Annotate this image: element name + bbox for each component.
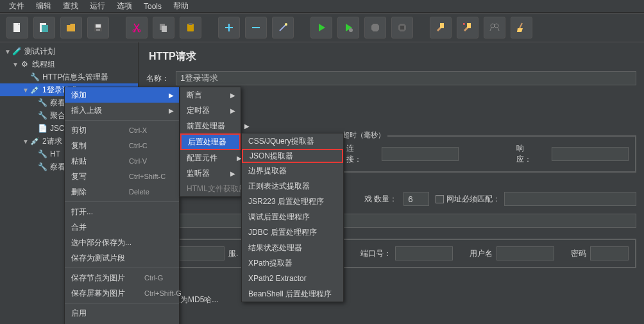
start-button[interactable]: [310, 17, 332, 38]
response-input[interactable]: [552, 147, 629, 161]
wand-button[interactable]: [272, 17, 294, 38]
ctx-open[interactable]: 打开...: [65, 204, 179, 219]
ctx3-regex-extractor[interactable]: 正则表达式提取器: [242, 178, 343, 194]
add-button[interactable]: [218, 17, 240, 38]
broom-button[interactable]: [511, 17, 532, 38]
ctx3-result-status[interactable]: 结果状态处理器: [242, 240, 343, 255]
ctx2-listener[interactable]: 监听器▶: [180, 166, 241, 181]
panel-title: HTTP请求: [149, 50, 636, 64]
search-button[interactable]: [484, 17, 505, 38]
ctx3-jsr223-postproc[interactable]: JSR223 后置处理程序: [242, 194, 343, 209]
save-button[interactable]: [87, 17, 109, 38]
tree-test-plan[interactable]: ▼🧪测试计划: [0, 45, 138, 58]
toolbar-separator: [299, 17, 305, 38]
ctx3-beanshell-postproc[interactable]: BeanShell 后置处理程序: [242, 286, 343, 302]
ctx-paste[interactable]: 粘贴Ctrl-V: [65, 153, 179, 169]
tree-label: HTTP信息头管理器: [42, 72, 108, 83]
svg-point-16: [349, 28, 353, 32]
name-input[interactable]: [176, 71, 636, 85]
svg-rect-10: [162, 26, 167, 32]
tree-header-manager[interactable]: 🔧HTTP信息头管理器: [0, 71, 138, 83]
user-input[interactable]: [496, 246, 554, 260]
ctx-add[interactable]: 添加▶: [65, 87, 179, 103]
chevron-right-icon: ▶: [169, 107, 174, 114]
ctx3-boundary-extractor[interactable]: 边界提取器: [242, 163, 343, 178]
port-input[interactable]: [395, 246, 453, 260]
copy-button[interactable]: [153, 17, 174, 38]
templates-button[interactable]: [33, 17, 55, 38]
ctx-save-selection-as[interactable]: 选中部分保存为...: [65, 235, 179, 250]
toolbar-separator: [114, 17, 121, 38]
tree-thread-group[interactable]: ▼⚙线程组: [0, 58, 138, 71]
password-input[interactable]: [590, 246, 629, 260]
connect-input[interactable]: [382, 147, 459, 161]
ctx3-xpath-extractor[interactable]: XPath提取器: [242, 255, 343, 271]
svg-rect-6: [96, 29, 100, 31]
clear-button[interactable]: [430, 17, 452, 38]
ctx-copy[interactable]: 复制Ctrl-C: [65, 138, 179, 153]
ctx-save-as-fragment[interactable]: 保存为测试片段: [65, 250, 179, 266]
menu-file[interactable]: 文件: [5, 1, 28, 12]
stop-button[interactable]: [364, 17, 386, 38]
chevron-right-icon: ▶: [230, 170, 235, 177]
ctx3-jdbc-postproc[interactable]: JDBC 后置处理程序: [242, 225, 343, 240]
ctx-enable[interactable]: 启用: [65, 305, 179, 321]
user-label: 用户名: [470, 248, 493, 259]
new-file-button[interactable]: [6, 17, 28, 38]
ctx-separator: [65, 201, 179, 202]
server-label-2: 服.: [228, 248, 238, 259]
ctx2-timer[interactable]: 定时器▶: [180, 103, 241, 118]
start-no-timers-button[interactable]: [337, 17, 359, 38]
svg-rect-19: [400, 26, 404, 30]
ctx2-pre-processor[interactable]: 前置处理器▶: [180, 118, 241, 133]
remove-button[interactable]: [245, 17, 267, 38]
svg-point-13: [285, 23, 287, 26]
menu-edit[interactable]: 编辑: [32, 1, 55, 12]
paste-button[interactable]: [180, 17, 201, 38]
url-match-checkbox[interactable]: [436, 195, 444, 203]
svg-rect-3: [42, 25, 48, 32]
shutdown-button[interactable]: [391, 17, 413, 38]
ctx3-debug-postproc[interactable]: 调试后置处理程序: [242, 209, 343, 225]
svg-rect-20: [440, 23, 444, 28]
menu-options[interactable]: 选项: [113, 1, 136, 12]
ctx-save-screen-image[interactable]: 保存屏幕为图片Ctrl+Shift-G: [65, 286, 179, 301]
url-match-input[interactable]: [504, 192, 636, 206]
ctx-separator: [65, 303, 179, 303]
menu-run[interactable]: 运行: [86, 1, 109, 12]
clear-all-button[interactable]: [457, 17, 479, 38]
response-label: 响应：: [516, 143, 539, 165]
wrench-icon: 🔧: [30, 72, 40, 82]
menu-help[interactable]: 帮助: [169, 1, 192, 12]
pipette-icon: 💉: [30, 136, 40, 146]
ctx-duplicate[interactable]: 复写Ctrl+Shift-C: [65, 169, 179, 184]
svg-marker-17: [371, 24, 379, 31]
wrench-icon: 🔧: [37, 110, 47, 121]
tree-label: 聚合: [50, 110, 65, 121]
tree-label: 测试计划: [24, 46, 55, 57]
ctx3-css-jquery-extractor[interactable]: CSS/JQuery提取器: [242, 133, 343, 149]
count-input[interactable]: [403, 192, 429, 206]
ctx2-config-element[interactable]: 配置元件▶: [180, 150, 241, 166]
ctx-delete[interactable]: 删除Delete: [65, 184, 179, 200]
menu-search[interactable]: 查找: [59, 1, 82, 12]
ctx-disable[interactable]: 禁用: [65, 321, 179, 324]
chevron-right-icon: ▶: [169, 92, 174, 99]
tree-label: 线程组: [32, 59, 55, 70]
ctx-save-node-image[interactable]: 保存节点为图片Ctrl-G: [65, 270, 179, 286]
ctx2-assertions[interactable]: 断言▶: [180, 87, 241, 103]
ctx-cut[interactable]: 剪切Ctrl-X: [65, 123, 179, 138]
name-label: 名称：: [146, 73, 176, 84]
ctx3-json-extractor[interactable]: JSON提取器: [242, 149, 343, 163]
svg-rect-5: [96, 24, 101, 28]
open-button[interactable]: [60, 17, 82, 38]
cut-button[interactable]: [126, 17, 148, 38]
ctx2-post-processor[interactable]: 后置处理器▶: [180, 133, 241, 150]
ctx2-html-parse[interactable]: HTML文件获取所: [180, 181, 241, 196]
svg-rect-12: [189, 23, 192, 25]
menu-tools[interactable]: Tools: [140, 2, 165, 11]
timeout-legend: 超时（毫秒）: [340, 130, 387, 140]
ctx-merge[interactable]: 合并: [65, 219, 179, 235]
ctx-insert-parent[interactable]: 插入上级▶: [65, 103, 179, 118]
ctx3-xpath2-extractor[interactable]: XPath2 Extractor: [242, 271, 343, 286]
